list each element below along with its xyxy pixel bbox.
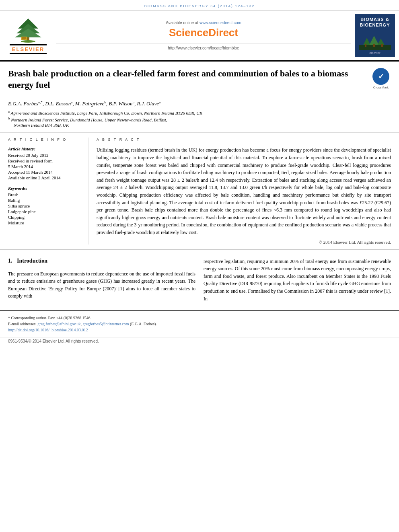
section-title-text: Introduction	[17, 258, 47, 264]
keywords-label: Keywords:	[8, 186, 82, 191]
journal-cover-image	[359, 30, 391, 50]
author-olave: R.J. Olave	[137, 101, 159, 107]
email-label: E-mail addresses:	[8, 322, 37, 326]
svg-rect-7	[22, 38, 26, 39]
elsevier-url: http://www.elsevier.com/locate/biombioe	[56, 43, 351, 50]
introduction-left: 1. Introduction The pressure on European…	[8, 258, 195, 303]
author-forbes: E.G.A. Forbes	[8, 101, 38, 107]
article-title: Brash bale production on a clear-felled …	[8, 68, 367, 91]
svg-rect-15	[373, 44, 375, 47]
history-accepted: Accepted 11 March 2014	[8, 170, 82, 175]
crossmark-text: CrossMark	[373, 86, 389, 89]
history-available: Available online 2 April 2014	[8, 175, 82, 180]
svg-rect-14	[365, 44, 366, 47]
keyword-chipping: Chipping	[8, 215, 82, 220]
affiliation-a: a Agri-Food and Biosciences Institute, L…	[8, 109, 391, 115]
intro-paragraph-2: respective legislation, requiring a mini…	[204, 258, 391, 303]
affiliation-b-text2: Northern Ireland BT4 3SB, UK	[14, 123, 69, 127]
authors-section: E.G.A. Forbesa,*, D.L. Eassona, M. Fairg…	[0, 96, 399, 133]
author-fairgrieve: M. Fairgrieve	[75, 101, 104, 107]
abstract-header: A B S T R A C T	[97, 138, 391, 143]
keyword-baling: Baling	[8, 198, 82, 203]
svg-rect-6	[22, 37, 26, 38]
abstract-text: Utilising logging residues (termed brash…	[97, 146, 391, 236]
introduction-title: 1. Introduction	[8, 258, 195, 266]
keyword-sitka: Sitka spruce	[8, 203, 82, 208]
right-column-abstract: A B S T R A C T Utilising logging residu…	[88, 138, 391, 244]
history-received: Received 20 July 2012	[8, 153, 82, 158]
elsevier-logo: ELSEVIER	[4, 14, 52, 57]
journal-logo-right: BIOMASS & BIOENERGY elsevier	[355, 14, 395, 57]
article-info-header: A R T I C L E I N F O	[8, 138, 82, 143]
affiliation-b: b Northern Ireland Forest Service, Dundo…	[8, 116, 391, 122]
author-wilson: B.P. Wilson	[109, 101, 132, 107]
article-title-section: Brash bale production on a clear-felled …	[0, 62, 399, 96]
email-suffix: (E.G.A. Forbes).	[130, 322, 157, 326]
main-content: 1. Introduction The pressure on European…	[0, 250, 399, 307]
sciencedirect-url[interactable]: www.sciencedirect.com	[200, 21, 241, 25]
available-online-text: Available online at www.sciencedirect.co…	[166, 21, 241, 25]
history-revised-date: 5 March 2014	[8, 164, 82, 169]
section-number: 1.	[8, 258, 12, 264]
keyword-moisture: Moisture	[8, 220, 82, 225]
article-history: Article history: Received 20 July 2012 R…	[8, 146, 82, 180]
keyword-brash: Brash	[8, 192, 82, 197]
footnote-area: * Corresponding author. Fax: +44 (0)28 9…	[0, 310, 399, 337]
svg-rect-16	[381, 44, 383, 47]
crossmark-badge: ✓ CrossMark	[371, 68, 391, 89]
email2-link[interactable]: gregforbes5@btinternet.com	[82, 322, 129, 326]
email1-link[interactable]: greg.forbes@afbini.gov.uk	[37, 322, 80, 326]
intro-paragraph-1: The pressure on European governments to …	[8, 270, 195, 300]
footnote-corresponding-text: * Corresponding author. Fax: +44 (0)28 9…	[8, 316, 91, 320]
footnote-doi: http://dx.doi.org/10.1016/j.biombioe.201…	[8, 327, 391, 333]
author-easson: D.L. Easson	[45, 101, 71, 107]
affiliation-a-text: Agri-Food and Biosciences Institute, Lar…	[11, 111, 203, 115]
footnote-corresponding: * Corresponding author. Fax: +44 (0)28 9…	[8, 315, 391, 321]
affiliation-b-text: Northern Ireland Forest Service, Dundona…	[11, 117, 167, 122]
header-center: Available online at www.sciencedirect.co…	[56, 14, 351, 57]
elsevier-brand-text: ELSEVIER	[10, 44, 47, 54]
elsevier-tree-icon	[10, 16, 46, 43]
issn-text: 0961-9534/© 2014 Elsevier Ltd. All right…	[8, 339, 99, 343]
authors-line: E.G.A. Forbesa,*, D.L. Eassona, M. Fairg…	[8, 100, 391, 107]
article-info-abstract: A R T I C L E I N F O Article history: R…	[0, 133, 399, 249]
journal-cover-svg	[359, 30, 391, 50]
keyword-lodgepole: Lodgepole pine	[8, 209, 82, 214]
left-column: A R T I C L E I N F O Article history: R…	[8, 138, 88, 244]
header-area: ELSEVIER Available online at www.science…	[0, 11, 399, 62]
footer-bar: 0961-9534/© 2014 Elsevier Ltd. All right…	[0, 337, 399, 345]
journal-publisher: elsevier	[369, 51, 380, 55]
svg-rect-8	[22, 39, 25, 39]
sciencedirect-logo: ScienceDirect	[169, 27, 238, 39]
introduction-right: respective legislation, requiring a mini…	[204, 258, 391, 303]
svg-point-1	[21, 40, 35, 43]
footnote-email: E-mail addresses: greg.forbes@afbini.gov…	[8, 321, 391, 327]
journal-title: BIOMASS AND BIOENERGY 64 (2014) 124–132	[144, 4, 255, 8]
journal-bar: BIOMASS AND BIOENERGY 64 (2014) 124–132	[0, 0, 399, 11]
journal-logo-title: BIOMASS & BIOENERGY	[360, 16, 390, 28]
crossmark-icon: ✓	[372, 68, 389, 85]
copyright-text: © 2014 Elsevier Ltd. All rights reserved…	[97, 240, 391, 244]
history-label: Article history:	[8, 146, 82, 151]
history-revised-label: Received in revised form	[8, 158, 82, 163]
keywords-section: Keywords: Brash Baling Sitka spruce Lodg…	[8, 186, 82, 225]
doi-link[interactable]: http://dx.doi.org/10.1016/j.biombioe.201…	[8, 328, 88, 332]
affiliation-b-cont: Northern Ireland BT4 3SB, UK	[8, 123, 391, 127]
